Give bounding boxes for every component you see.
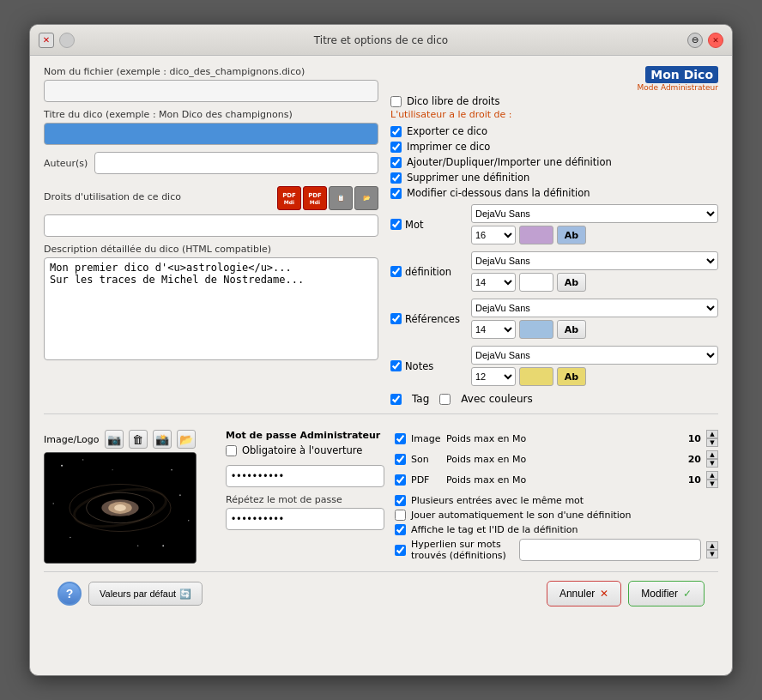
son-poids-text: Poids max en Mo [446,454,670,465]
son-spin-up[interactable]: ▲ [706,450,718,459]
pdf-poids-label: PDF [411,474,441,486]
delete-icon-btn[interactable]: 🗑 [129,430,148,449]
ajouter-checkbox[interactable] [390,157,402,168]
pdf-spin: ▲ ▼ [706,471,718,488]
definition-ab-button[interactable]: Ab [557,273,586,292]
defaults-button[interactable]: Valeurs par défaut 🔄 [88,582,203,606]
jouer-checkbox[interactable] [395,510,406,521]
son-spin: ▲ ▼ [706,450,718,468]
nom-fichier-input[interactable]: mondico_astrologie.dico [44,80,378,102]
image-header: Image/Logo 📷 🗑 📸 📂 [44,430,215,449]
image-logo-label: Image/Logo [44,434,100,445]
definition-checkbox[interactable] [390,266,402,277]
hyperlien-input[interactable]: 4 [519,539,701,561]
mot-checkbox[interactable] [390,219,402,230]
camera-icon-btn[interactable]: 📷 [105,430,124,449]
notes-ab-button[interactable]: Ab [557,367,586,386]
hyperlien-spin-down[interactable]: ▼ [706,550,718,558]
minimize-button[interactable] [59,33,75,48]
image-poids-checkbox[interactable] [395,433,406,444]
affiche-checkbox[interactable] [395,524,406,535]
exporter-label: Exporter ce dico [407,125,487,137]
pdf-poids-checkbox[interactable] [395,474,406,486]
titre-dico-label: Titre du dico (exemple : Mon Dico des ch… [44,109,378,120]
help-button[interactable]: ? [57,582,82,606]
image-spin: ▲ ▼ [706,430,718,447]
obligatoire-row: Obligatoire à l'ouverture [226,444,384,456]
mot-label-wrap: Mot [390,219,468,231]
dico-libre-row: Dico libre de droits [390,95,718,107]
mot-size-select[interactable]: 16 [471,226,516,244]
modifier-ci-checkbox[interactable] [390,188,402,199]
hyperlien-spin-up[interactable]: ▲ [706,541,718,550]
password-label: Mot de passe Administrateur [226,430,384,441]
exporter-checkbox[interactable] [390,126,402,137]
hyperlien-spin: ▲ ▼ [706,541,718,558]
notes-size-select[interactable]: 12 [471,367,516,386]
droits-input[interactable]: Dico privé à usage personnel [44,214,378,237]
son-poids-value: 20 [675,454,701,465]
auteur-input[interactable]: Michel [94,152,378,174]
son-poids-checkbox[interactable] [395,454,406,465]
pdf-spin-down[interactable]: ▼ [706,480,718,488]
titlebar: ✕ Titre et options de ce dico ⊖ ✕ [30,25,732,56]
tag-checkbox[interactable] [390,394,402,405]
tag-row: Tag Avec couleurs [390,393,718,405]
notes-checkbox[interactable] [390,360,402,371]
obligatoire-label: Obligatoire à l'ouverture [242,444,362,456]
bottom-checkboxes: Plusieurs entrées avec le même mot Jouer… [395,495,718,561]
titre-dico-input[interactable]: Mon Dico d'Astrologie sidérale [44,123,378,145]
password-input[interactable] [226,465,384,487]
notes-font-select[interactable]: DejaVu Sans [471,346,718,365]
son-poids-row: Son Poids max en Mo 20 ▲ ▼ [395,450,718,468]
close-button[interactable]: ✕ [708,33,723,48]
definition-size-select[interactable]: 14 [471,273,516,292]
obligatoire-checkbox[interactable] [226,445,237,456]
titlebar-controls-left: ✕ [39,33,75,48]
supprimer-checkbox[interactable] [390,172,402,184]
definition-font-select[interactable]: DejaVu Sans [471,251,718,270]
repeat-password-input[interactable] [226,508,384,530]
pdf-icon-4[interactable]: 📂 [354,186,378,210]
son-spin-down[interactable]: ▼ [706,459,718,468]
auteur-label: Auteur(s) [44,158,88,169]
references-font-select[interactable]: DejaVu Sans [471,299,718,317]
app-icon: ✕ [39,33,54,48]
dico-libre-checkbox[interactable] [390,96,402,107]
references-ab-button[interactable]: Ab [557,320,586,339]
description-textarea[interactable]: Mon premier dico d'<u>astrologie</u>... … [44,257,378,360]
image-poids-value: 10 [675,433,701,444]
mot-font-select[interactable]: DejaVu Sans [471,204,718,223]
content-area: Nom du fichier (exemple : dico_des_champ… [30,56,732,625]
image-preview [44,452,197,564]
image-spin-up[interactable]: ▲ [706,430,718,438]
mot-color-box[interactable] [519,226,553,244]
ajouter-label: Ajouter/Dupliquer/Importer une définitio… [407,156,612,168]
annuler-button[interactable]: Annuler ✕ [547,581,621,606]
pdf-spin-up[interactable]: ▲ [706,471,718,480]
definition-color-box[interactable] [519,273,553,292]
plusieurs-checkbox[interactable] [395,495,406,506]
image-section: Image/Logo 📷 🗑 📸 📂 [44,430,215,564]
references-color-box[interactable] [519,320,553,339]
mot-label: Mot [405,219,423,231]
camera2-icon-btn[interactable]: 📸 [153,430,172,449]
imprimer-checkbox[interactable] [390,142,402,153]
pdf-icon-2[interactable]: PDFMdi [303,186,327,210]
image-spin-down[interactable]: ▼ [706,438,718,447]
affiche-label: Affiche le tag et l'ID de la définition [411,524,578,535]
references-size-select[interactable]: 14 [471,320,516,339]
hyperlien-checkbox[interactable] [395,545,406,556]
admin-mode-text: Mode Administrateur [638,83,718,92]
avec-couleurs-checkbox[interactable] [439,394,451,405]
folder-icon-btn[interactable]: 📂 [177,430,196,449]
mot-ab-button[interactable]: Ab [557,226,586,244]
modifier-button[interactable]: Modifier ✓ [628,581,705,606]
repeat-password-label: Répétez le mot de passe [226,494,384,505]
pdf-icon-3[interactable]: 📋 [329,186,353,210]
references-checkbox[interactable] [390,313,402,324]
notes-color-box[interactable] [519,367,553,386]
zoom-button[interactable]: ⊖ [687,33,703,48]
pdf-icon-1[interactable]: PDFMdi [277,186,301,210]
hyperlien-row: Hyperlien sur mots trouvés (définitions)… [395,539,718,561]
